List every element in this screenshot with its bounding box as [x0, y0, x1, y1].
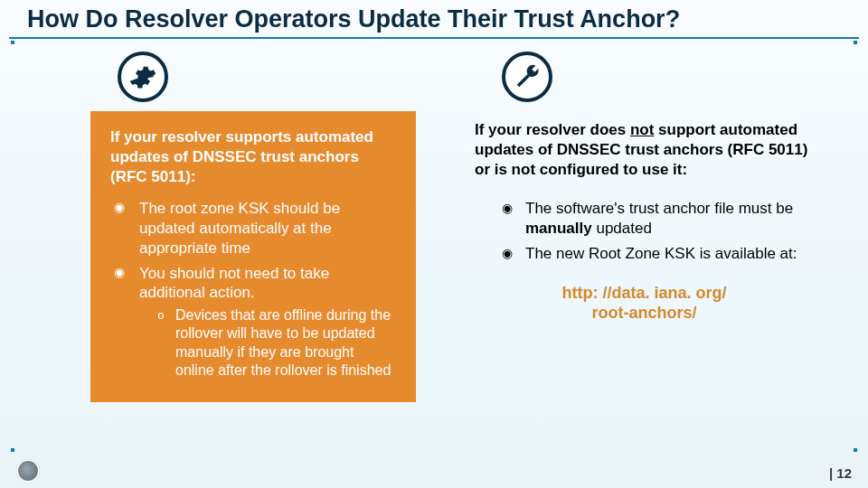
- page-title: How Do Resolver Operators Update Their T…: [9, 0, 859, 39]
- decor-dot: [11, 448, 14, 452]
- right-intro: If your resolver does not support automa…: [475, 120, 814, 179]
- right-bullets: The software's trust anchor file must be…: [475, 199, 814, 264]
- list-item: The root zone KSK should be updated auto…: [114, 199, 396, 258]
- intro-pre: If your resolver does: [475, 121, 630, 138]
- intro-not: not: [630, 121, 654, 138]
- link-line2: root-anchors/: [591, 304, 696, 322]
- sublist-item: Devices that are offline during the roll…: [157, 306, 396, 380]
- bullet-text: The software's trust anchor file must be…: [525, 200, 793, 237]
- link-line1: http: //data. iana. org/: [561, 284, 726, 302]
- decor-dot: [854, 41, 857, 44]
- left-sublist: Devices that are offline during the roll…: [139, 306, 396, 380]
- slide: How Do Resolver Operators Update Their T…: [0, 0, 868, 488]
- left-intro: If your resolver supports automated upda…: [110, 127, 396, 186]
- page-number: | 12: [829, 465, 852, 481]
- right-column: If your resolver does not support automa…: [475, 52, 814, 402]
- list-item: You should not need to take additional a…: [114, 264, 396, 380]
- left-bullets: The root zone KSK should be updated auto…: [110, 199, 396, 380]
- automated-box: If your resolver supports automated upda…: [90, 111, 416, 402]
- gear-icon: [118, 52, 168, 102]
- list-item: The software's trust anchor file must be…: [502, 199, 814, 239]
- bullet-text: You should not need to take additional a…: [139, 265, 329, 302]
- icann-logo: [16, 459, 40, 483]
- list-item: The new Root Zone KSK is available at:: [502, 244, 814, 264]
- decor-dot: [11, 41, 14, 44]
- content-columns: If your resolver supports automated upda…: [0, 39, 868, 402]
- decor-dot: [854, 448, 857, 452]
- bullet-text: The root zone KSK should be updated auto…: [139, 200, 340, 257]
- trust-anchor-link[interactable]: http: //data. iana. org/ root-anchors/: [475, 283, 814, 324]
- left-column: If your resolver supports automated upda…: [90, 52, 429, 402]
- wrench-icon: [502, 52, 552, 102]
